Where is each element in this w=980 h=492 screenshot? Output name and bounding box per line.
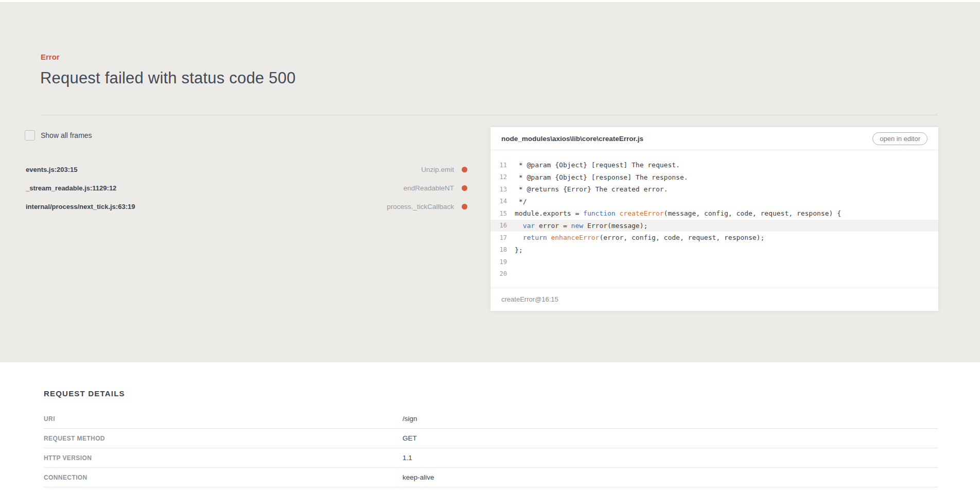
frame-row[interactable]: internal/process/next_tick.js:63:19proce… [25, 197, 467, 216]
code-lines: 11 * @param {Object} [request] The reque… [491, 150, 938, 280]
line-text: }; [507, 246, 523, 254]
frame-method-label: endReadableNT [404, 184, 454, 192]
open-in-editor-button[interactable]: open in editor [872, 132, 927, 145]
code-line: 15module.exports = function createError(… [491, 207, 938, 220]
line-number: 17 [498, 234, 507, 241]
show-all-frames-label: Show all frames [41, 131, 92, 139]
frame-status-dot-icon [462, 204, 467, 209]
detail-row: HTTP VERSION1.1 [44, 448, 938, 468]
line-number: 16 [498, 222, 507, 229]
detail-label: URI [44, 415, 402, 423]
code-line: 12 * @param {Object} [response] The resp… [491, 171, 938, 184]
line-text: * @param {Object} [response] The respons… [507, 173, 688, 181]
frame-file: internal/process/next_tick.js:63:19 [26, 203, 135, 210]
frame-status-dot-icon [462, 185, 467, 191]
frame-file: events.js:203:15 [26, 166, 77, 173]
request-details-heading: REQUEST DETAILS [44, 389, 125, 398]
line-number: 14 [498, 198, 507, 205]
code-viewer-panel: node_modules\axios\lib\core\createError.… [491, 127, 938, 311]
detail-label: REQUEST METHOD [44, 435, 402, 442]
frame-row[interactable]: _stream_readable.js:1129:12endReadableNT [25, 179, 467, 197]
detail-value: keep-alive [402, 473, 434, 481]
error-type-label: Error [41, 52, 60, 61]
detail-value: GET [402, 434, 417, 442]
line-number: 11 [498, 162, 507, 169]
code-panel-header: node_modules\axios\lib\core\createError.… [491, 127, 938, 150]
source-file-path: node_modules\axios\lib\core\createError.… [501, 135, 643, 143]
line-number: 13 [498, 186, 507, 193]
line-number: 18 [498, 246, 507, 253]
line-text: module.exports = function createError(me… [507, 209, 841, 217]
line-text: * @returns {Error} The created error. [507, 185, 668, 193]
detail-value: /sign [402, 415, 417, 423]
line-text: var error = new Error(message); [507, 222, 647, 230]
code-line: 14 */ [491, 196, 938, 208]
line-text: * @param {Object} [request] The request. [507, 161, 680, 169]
code-line: 16 var error = new Error(message); [491, 220, 938, 232]
detail-row: CONNECTIONkeep-alive [44, 468, 938, 487]
line-text: return enhanceError(error, config, code,… [507, 234, 764, 241]
code-line: 20 [491, 268, 938, 280]
detail-row: REQUEST METHODGET [44, 429, 938, 448]
frame-row[interactable]: events.js:203:15Unzip.emit [25, 160, 467, 179]
line-number: 19 [498, 258, 507, 266]
frame-method-label: Unzip.emit [421, 166, 454, 173]
code-line: 19 [491, 256, 938, 268]
hero-divider [41, 115, 938, 115]
line-number: 20 [498, 270, 507, 277]
frame-right: endReadableNT [404, 184, 467, 192]
line-number: 12 [498, 173, 507, 181]
frame-right: process._tickCallback [387, 203, 467, 210]
request-details-section: REQUEST DETAILS URI/signREQUEST METHODGE… [0, 362, 980, 492]
error-hero-section: Error Request failed with status code 50… [0, 2, 980, 362]
detail-label: HTTP VERSION [44, 454, 402, 462]
code-line: 17 return enhanceError(error, config, co… [491, 232, 938, 244]
detail-row: URI/sign [44, 409, 938, 429]
frames-list: events.js:203:15Unzip.emit_stream_readab… [25, 160, 467, 216]
code-line: 13 * @returns {Error} The created error. [491, 183, 938, 196]
code-line: 18}; [491, 244, 938, 256]
frame-file: _stream_readable.js:1129:12 [26, 184, 116, 192]
frame-right: Unzip.emit [421, 166, 467, 173]
detail-label: CONNECTION [44, 474, 402, 481]
code-line: 11 * @param {Object} [request] The reque… [491, 159, 938, 171]
frame-method-label: process._tickCallback [387, 203, 454, 210]
frame-status-dot-icon [462, 167, 467, 172]
detail-value: 1.1 [402, 454, 412, 462]
frame-location-footer: createError@16:15 [491, 288, 938, 311]
request-details-table: URI/signREQUEST METHODGETHTTP VERSION1.1… [44, 409, 938, 487]
show-all-frames-toggle[interactable]: Show all frames [25, 130, 92, 140]
line-number: 15 [498, 210, 507, 217]
line-text: */ [507, 198, 527, 205]
error-message-title: Request failed with status code 500 [40, 69, 295, 87]
show-all-frames-checkbox[interactable] [25, 130, 35, 140]
